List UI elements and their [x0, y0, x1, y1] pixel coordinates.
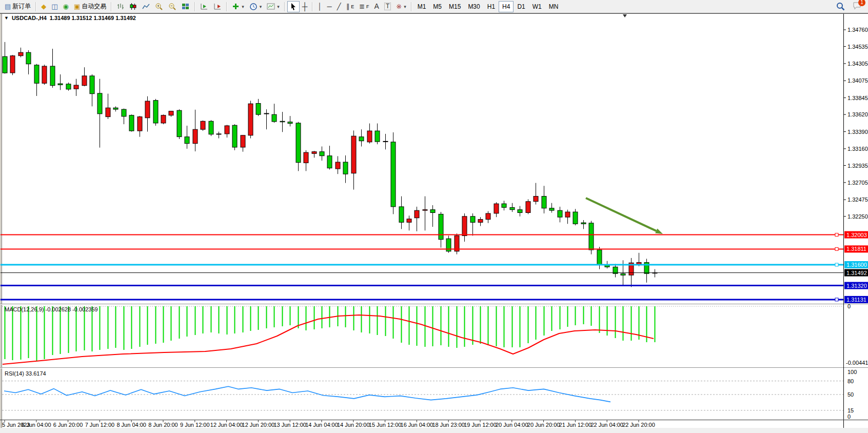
signals-icon: ◉	[63, 3, 69, 10]
candle	[280, 121, 285, 122]
date-axis-label: 16 Jun 04:00	[401, 422, 433, 428]
timeframe-W1[interactable]: W1	[529, 1, 545, 12]
bar-chart-button[interactable]	[114, 1, 127, 12]
templates-button[interactable]: ▾	[264, 1, 282, 12]
template-icon	[267, 3, 275, 11]
toolbar-separator	[312, 2, 313, 11]
candle	[122, 109, 126, 116]
price-axis-label: 1.32705	[847, 180, 868, 186]
gold-button[interactable]: ◆	[38, 1, 49, 12]
candle	[558, 210, 562, 217]
date-axis-label: 8 Jun 20:00	[148, 422, 178, 428]
market-watch-button[interactable]: ◫	[49, 1, 60, 12]
timeframe-H4[interactable]: H4	[499, 1, 514, 12]
periods-button[interactable]: ▾	[247, 1, 265, 12]
candle	[494, 204, 499, 213]
candle	[264, 113, 269, 114]
tile-windows-icon	[182, 3, 190, 11]
window-left-border	[0, 13, 2, 428]
candle	[597, 250, 602, 265]
macd-axis-max: 0	[847, 303, 851, 309]
tile-windows-button[interactable]	[179, 1, 192, 12]
channel-label: E	[351, 4, 354, 9]
vertical-line-button[interactable]: │	[315, 1, 324, 12]
candle	[534, 196, 538, 202]
line-handle[interactable]	[835, 233, 838, 237]
price-axis-label: 1.32250	[847, 213, 868, 220]
line-handle[interactable]	[835, 298, 838, 301]
autotrading-icon: ▣	[74, 3, 80, 10]
date-axis-label: 7 Jun 12:00	[85, 422, 115, 428]
candle	[216, 134, 221, 134]
candle	[430, 210, 435, 213]
timeframe-H1[interactable]: H1	[484, 1, 499, 12]
chat-button[interactable]: 1	[853, 2, 862, 11]
toolbar-right: 1	[834, 1, 866, 12]
text-button[interactable]: A	[372, 1, 382, 12]
candle	[82, 76, 87, 86]
candle	[296, 123, 301, 163]
candle	[486, 213, 490, 220]
candle	[589, 223, 594, 250]
candle	[391, 142, 396, 207]
new-order-button[interactable]: ▤ 新订单	[2, 1, 33, 12]
candle	[232, 125, 237, 147]
candle	[336, 162, 340, 169]
one-click-expander[interactable]: ▼	[4, 15, 9, 21]
timeframe-M1[interactable]: M1	[414, 1, 430, 12]
auto-scroll-button[interactable]	[198, 1, 211, 12]
cursor-button[interactable]	[287, 1, 300, 12]
trendline-button[interactable]: ╱	[334, 1, 344, 12]
crosshair-button[interactable]: ┼	[300, 1, 310, 12]
main-toolbar: ▤ 新订单 ◆ ◫ ◉ ▣ 自动交易 ▾ ▾ ▾ ┼ │ ─ ╱ ∥E ≣F A…	[0, 0, 868, 13]
candle	[241, 135, 245, 147]
new-order-label: 新订单	[12, 2, 31, 11]
candlestick-chart-button[interactable]	[127, 1, 140, 12]
timeframe-D1[interactable]: D1	[514, 1, 528, 12]
date-axis-label: 14 Jun 20:00	[337, 422, 370, 428]
bottom-strip	[0, 428, 868, 433]
timeframe-M5[interactable]: M5	[429, 1, 445, 12]
date-axis-label: 14 Jun 04:00	[305, 422, 338, 428]
candle	[272, 114, 277, 122]
text-label-button[interactable]: T	[382, 1, 393, 12]
clock-icon	[249, 3, 258, 11]
fibonacci-button[interactable]: ≣F	[357, 1, 371, 12]
candle	[359, 137, 364, 141]
date-axis-label: 6 Jun 04:00	[22, 422, 51, 428]
chevron-down-icon: ▾	[404, 4, 406, 9]
indicators-button[interactable]: ▾	[229, 1, 247, 12]
zoom-out-button[interactable]	[166, 1, 179, 12]
date-axis-label: 22 Jun 20:00	[622, 422, 655, 428]
line-chart-button[interactable]	[140, 1, 152, 12]
search-icon	[836, 2, 845, 11]
chevron-down-icon: ▾	[277, 4, 280, 9]
zoom-in-button[interactable]	[152, 1, 166, 12]
search-button[interactable]	[834, 1, 847, 12]
candle	[10, 56, 15, 73]
macd-axis-min: -0.004415	[846, 360, 868, 366]
horizontal-line-button[interactable]: ─	[325, 1, 334, 12]
autotrading-button[interactable]: ▣ 自动交易	[71, 1, 109, 12]
timeframe-M15[interactable]: M15	[445, 1, 464, 12]
timeframe-MN[interactable]: MN	[545, 1, 562, 12]
toolbar-separator	[284, 2, 285, 11]
trendline-icon: ╱	[337, 3, 341, 10]
price-line-label: 1.31600	[846, 262, 867, 268]
arrows-icon: ※	[396, 3, 402, 10]
line-handle[interactable]	[835, 263, 838, 266]
candle	[113, 108, 118, 109]
date-axis-label: 20 Jun 04:00	[496, 422, 528, 428]
timeframe-M30[interactable]: M30	[464, 1, 483, 12]
chart-shift-button[interactable]	[211, 1, 224, 12]
price-axis-label: 1.32935	[847, 163, 868, 169]
arrows-button[interactable]: ※▾	[393, 1, 408, 12]
candle	[169, 111, 173, 115]
signals-button[interactable]: ◉	[61, 1, 71, 12]
line-handle[interactable]	[835, 247, 838, 250]
channel-button[interactable]: ∥E	[344, 1, 357, 12]
candle	[256, 104, 261, 115]
chat-badge: 1	[858, 0, 865, 6]
zoom-out-icon	[168, 3, 176, 11]
candle	[137, 117, 142, 131]
